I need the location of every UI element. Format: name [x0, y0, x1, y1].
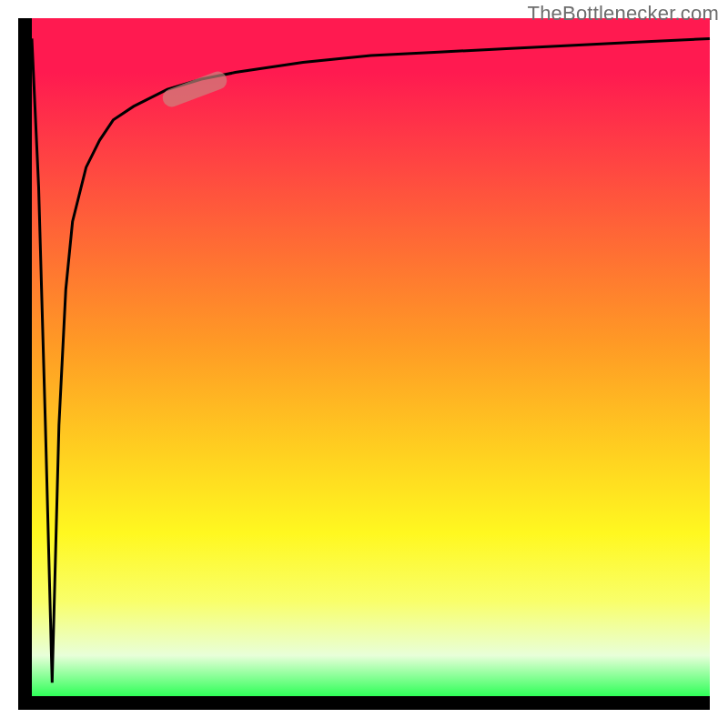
bottleneck-curve [32, 18, 710, 696]
x-axis [18, 696, 710, 710]
watermark-text: TheBottlenecker.com [528, 2, 719, 25]
chart-frame: TheBottlenecker.com [0, 0, 728, 728]
y-axis [18, 18, 32, 710]
